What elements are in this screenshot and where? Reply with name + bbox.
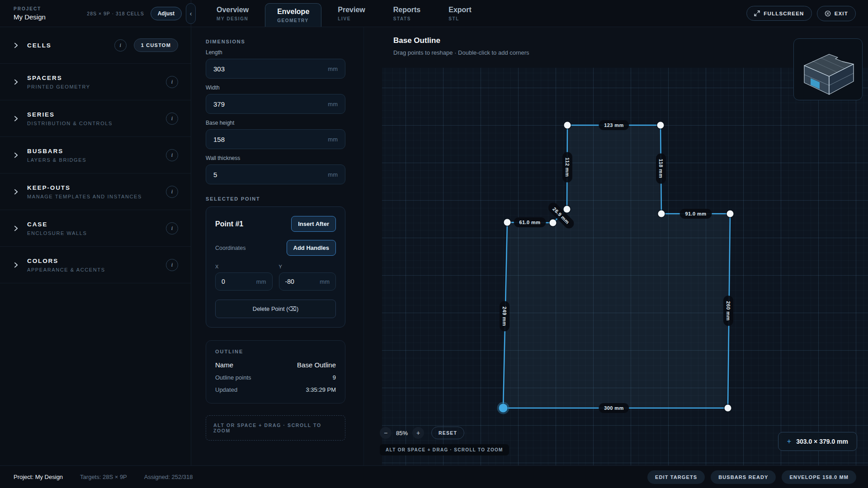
tab-title: Overview (217, 6, 249, 14)
canvas-title: Base Outline (393, 36, 529, 45)
status-badge-edit-targets[interactable]: EDIT TARGETS (647, 470, 705, 484)
outline-point-3[interactable] (550, 220, 557, 226)
field-input-box: mm (206, 59, 345, 79)
outline-summary-card: OUTLINE NameBase OutlineOutline points9U… (206, 340, 345, 404)
dimensions-title: DIMENSIONS (206, 39, 345, 44)
field-unit: mm (328, 101, 338, 108)
outline-row-name: NameBase Outline (215, 361, 336, 369)
tab-subtitle: STATS (393, 16, 420, 21)
coordinates-label: Coordinates (215, 245, 245, 251)
chevron-right-icon (14, 79, 20, 85)
y-label: Y (279, 264, 336, 269)
adjust-button[interactable]: Adjust (151, 7, 182, 20)
sidebar-item-text: CELLS (27, 42, 52, 49)
exit-label: EXIT (835, 11, 848, 16)
sidebar-item-case[interactable]: CASEENCLOSURE WALLSi (0, 210, 191, 247)
selected-point-card: Point #1 Insert After Coordinates Add Ha… (206, 206, 345, 328)
field-base-height: Base heightmm (206, 120, 345, 149)
x-input[interactable] (222, 278, 253, 285)
sidebar-item-text: SERIESDISTRIBUTION & CONTROLS (27, 111, 113, 126)
outline-point-6[interactable] (657, 122, 664, 129)
delete-point-button[interactable]: Delete Point (⌫) (215, 300, 336, 318)
zoom-in-button[interactable]: + (412, 427, 424, 439)
outline-point-8[interactable] (727, 211, 734, 217)
measurement-label: 118 mm (656, 154, 666, 184)
status-badges: EDIT TARGETSBUSBARS READYENVELOPE 158.0 … (647, 470, 856, 484)
project-label: PROJECT (14, 6, 46, 11)
field-wall-thickness: Wall thicknessmm (206, 155, 345, 184)
width-input[interactable] (213, 100, 301, 108)
tab-reports[interactable]: ReportsSTATS (382, 0, 432, 27)
sidebar-item-colors[interactable]: COLORSAPPEARANCE & ACCENTSi (0, 247, 191, 283)
tab-subtitle: STL (448, 16, 472, 21)
chevron-left-icon: ‹ (190, 10, 192, 17)
base-outline-polygon[interactable] (503, 125, 730, 408)
collapse-sidebar-button[interactable]: ‹ (186, 3, 196, 24)
info-icon-button[interactable]: i (166, 76, 178, 88)
outline-point-1-selected[interactable] (499, 404, 508, 413)
info-icon-button[interactable]: i (114, 39, 127, 52)
selected-point-title: SELECTED POINT (206, 196, 345, 202)
envelope-size-badge[interactable]: + 303.0 × 379.0 mm (778, 432, 857, 451)
status-badge-envelope-158-0-mm: ENVELOPE 158.0 MM (782, 470, 856, 484)
plus-icon: + (787, 437, 791, 446)
field-length: Lengthmm (206, 49, 345, 79)
sidebar-item-spacers[interactable]: SPACERSPRINTED GEOMETRYi (0, 64, 191, 100)
pack-3d-preview[interactable] (793, 38, 863, 100)
fullscreen-button[interactable]: FULLSCREEN (746, 6, 811, 21)
fullscreen-label: FULLSCREEN (764, 11, 804, 16)
sidebar-item-text: KEEP-OUTSMANAGE TEMPLATES AND INSTANCES (27, 184, 142, 199)
measurement-label: 91.0 mm (680, 209, 712, 219)
info-icon-button[interactable]: i (166, 222, 178, 235)
field-width: Widthmm (206, 84, 345, 114)
add-handles-button[interactable]: Add Handles (287, 240, 336, 256)
measurement-label: 260 mm (723, 296, 733, 326)
info-icon-button[interactable]: i (166, 149, 178, 161)
sidebar-item-label: COLORS (27, 258, 105, 264)
tab-overview[interactable]: OverviewMY DESIGN (205, 0, 260, 27)
field-unit: mm (328, 136, 338, 143)
measurement-label: 112 mm (562, 152, 572, 183)
insert-after-button[interactable]: Insert After (291, 216, 336, 232)
tab-preview[interactable]: PreviewLIVE (326, 0, 377, 27)
base-height-input[interactable] (213, 136, 301, 143)
info-icon-button[interactable]: i (166, 186, 178, 198)
sidebar-item-text: BUSBARSLAYERS & BRIDGES (27, 148, 86, 163)
tab-envelope[interactable]: EnvelopeGEOMETRY (265, 3, 321, 27)
tab-export[interactable]: ExportSTL (437, 0, 483, 27)
field-label: Wall thickness (206, 155, 345, 161)
outline-title: OUTLINE (215, 349, 336, 354)
sidebar-item-keep-outs[interactable]: KEEP-OUTSMANAGE TEMPLATES AND INSTANCESi (0, 174, 191, 210)
y-input[interactable] (285, 278, 316, 285)
zoom-level: 85% (396, 430, 408, 436)
chevron-right-icon (14, 189, 20, 195)
chevron-right-icon (14, 152, 20, 158)
outline-point-9[interactable] (725, 405, 731, 412)
exit-button[interactable]: EXIT (817, 6, 856, 21)
info-icon-button[interactable]: i (166, 259, 178, 271)
grid-area[interactable]: 249 mm61.0 mm26.9 mm112 mm123 mm118 mm91… (382, 68, 868, 465)
project-name: My Design (14, 13, 46, 21)
outline-point-2[interactable] (504, 219, 511, 226)
tab-title: Reports (393, 6, 420, 14)
sidebar-item-cells[interactable]: CELLSi1 CUSTOM (0, 27, 191, 64)
wall-thickness-input[interactable] (213, 171, 301, 178)
sidebar-item-series[interactable]: SERIESDISTRIBUTION & CONTROLSi (0, 100, 191, 137)
outline-row-updated: Updated3:35:29 PM (215, 386, 336, 393)
sidebar-item-busbars[interactable]: BUSBARSLAYERS & BRIDGESi (0, 137, 191, 174)
chevron-right-icon (14, 42, 20, 48)
outline-point-4[interactable] (564, 206, 571, 213)
reset-zoom-button[interactable]: RESET (431, 427, 464, 439)
outline-point-5[interactable] (564, 122, 571, 129)
nav-tabs: OverviewMY DESIGNEnvelopeGEOMETRYPreview… (191, 0, 746, 27)
project-block: PROJECT My Design 28S × 9P · 318 CELLS A… (0, 0, 191, 27)
sidebar-item-subtitle: PRINTED GEOMETRY (27, 84, 90, 89)
outline-point-7[interactable] (658, 211, 665, 217)
field-label: Base height (206, 120, 345, 126)
outline-row-label: Name (215, 361, 233, 369)
info-icon-button[interactable]: i (166, 113, 178, 125)
sidebar-item-subtitle: DISTRIBUTION & CONTROLS (27, 121, 113, 126)
zoom-out-button[interactable]: − (380, 427, 392, 439)
length-input[interactable] (213, 65, 301, 73)
left-sidebar: CELLSi1 CUSTOMSPACERSPRINTED GEOMETRYiSE… (0, 27, 191, 465)
